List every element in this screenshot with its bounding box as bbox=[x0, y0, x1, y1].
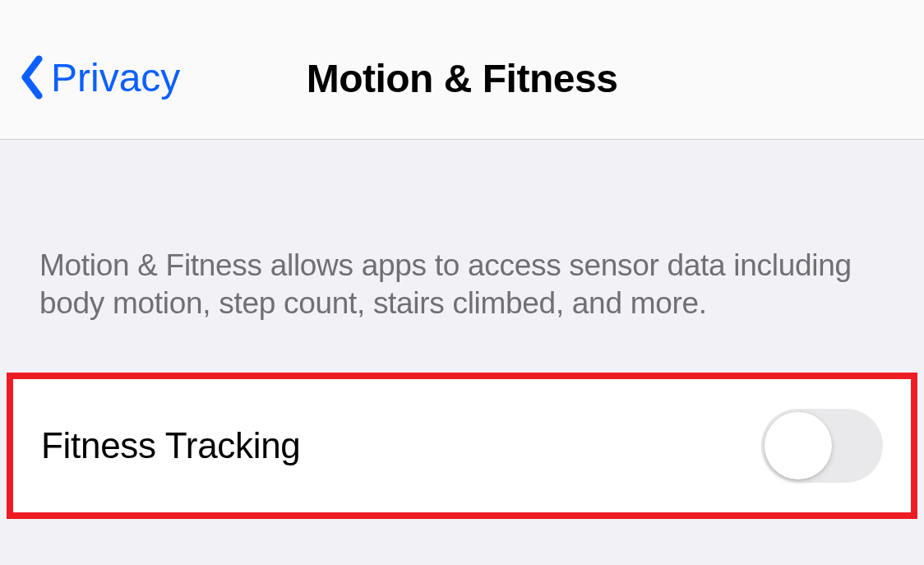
fitness-tracking-toggle[interactable] bbox=[761, 409, 883, 483]
fitness-tracking-label: Fitness Tracking bbox=[41, 425, 301, 466]
toggle-knob bbox=[765, 412, 832, 479]
page-title: Motion & Fitness bbox=[307, 56, 618, 101]
chevron-left-icon bbox=[18, 54, 46, 100]
back-button[interactable]: Privacy bbox=[18, 54, 180, 100]
content-area: Motion & Fitness allows apps to access s… bbox=[0, 140, 924, 519]
fitness-tracking-row: Fitness Tracking bbox=[13, 379, 911, 512]
navigation-bar: Privacy Motion & Fitness bbox=[0, 0, 924, 140]
section-description: Motion & Fitness allows apps to access s… bbox=[0, 140, 924, 356]
highlight-box: Fitness Tracking bbox=[7, 373, 917, 519]
back-label: Privacy bbox=[51, 55, 180, 100]
